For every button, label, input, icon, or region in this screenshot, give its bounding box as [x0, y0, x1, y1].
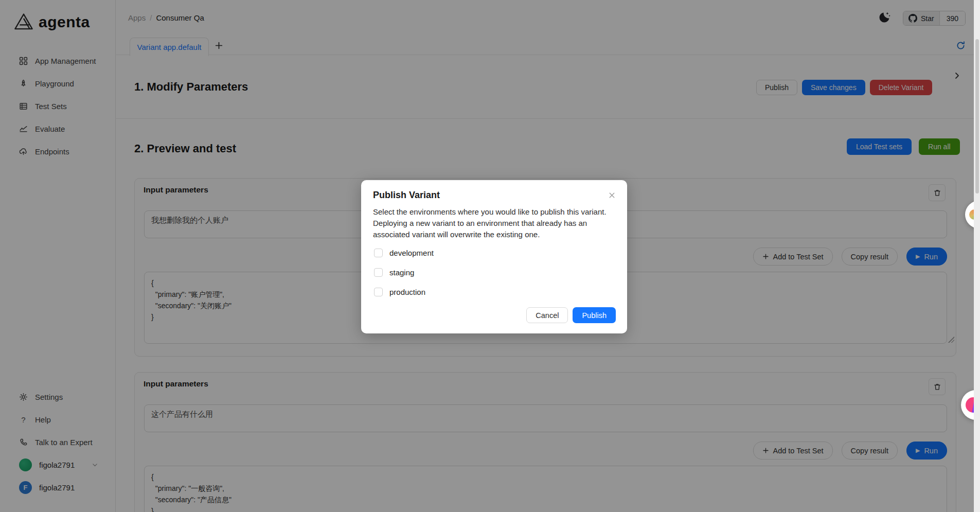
scrollbar-thumb[interactable]: [975, 39, 979, 193]
environment-option-production[interactable]: production: [374, 286, 434, 298]
checkbox-development[interactable]: [374, 249, 383, 257]
checkbox-label: staging: [389, 268, 414, 277]
environment-option-development[interactable]: development: [374, 246, 434, 259]
checkbox-production[interactable]: [374, 288, 383, 296]
checkbox-label: development: [389, 249, 434, 257]
environment-option-staging[interactable]: staging: [374, 266, 434, 278]
modal-title: Publish Variant: [373, 190, 440, 201]
modal-publish-button[interactable]: Publish: [573, 307, 616, 323]
checkbox-staging[interactable]: [374, 268, 383, 277]
publish-variant-modal: Publish Variant Select the environments …: [361, 180, 627, 333]
environment-list: development staging production: [374, 246, 434, 298]
close-icon[interactable]: [608, 191, 616, 199]
checkbox-label: production: [389, 288, 425, 296]
modal-footer: Cancel Publish: [526, 307, 616, 323]
cancel-button[interactable]: Cancel: [526, 307, 568, 323]
page-scrollbar[interactable]: [974, 0, 980, 512]
modal-description: Select the environments where you would …: [373, 206, 619, 240]
